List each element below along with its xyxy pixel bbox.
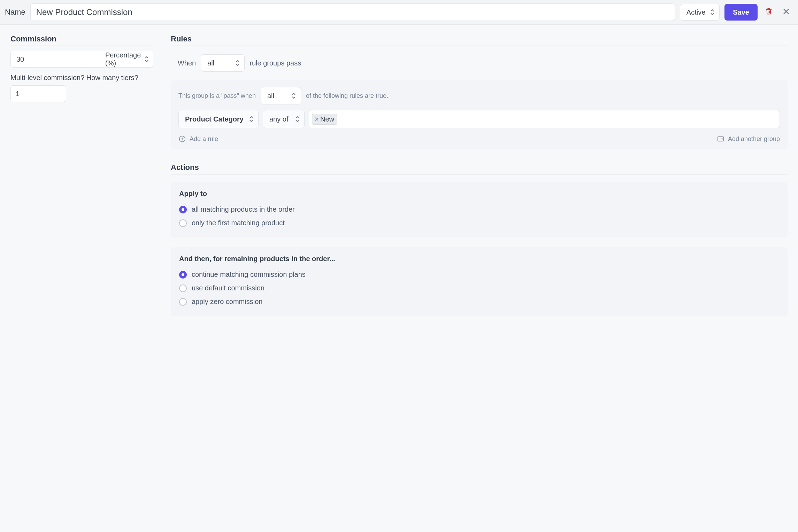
remaining-option[interactable]: continue matching commission plans <box>179 268 779 281</box>
plan-name-input[interactable] <box>30 3 675 21</box>
group-mode-value: all <box>267 92 274 100</box>
right-column: Rules When all rule groups pass This gro… <box>171 34 788 316</box>
chevron-up-down-icon <box>145 56 149 62</box>
radio-icon <box>179 298 187 306</box>
tiers-input[interactable] <box>10 85 66 102</box>
remaining-card: And then, for remaining products in the … <box>171 247 788 316</box>
radio-label: continue matching commission plans <box>192 271 306 279</box>
actions-section: Actions Apply to all matching products i… <box>171 163 788 316</box>
when-suffix: rule groups pass <box>250 59 301 67</box>
chevron-up-down-icon <box>292 93 296 99</box>
header-bar: Name Active Save <box>0 0 798 25</box>
remaining-option[interactable]: use default commission <box>179 281 779 295</box>
radio-icon <box>179 271 187 279</box>
tag-remove-icon[interactable]: ✕ <box>314 116 320 123</box>
add-folder-icon <box>717 135 724 143</box>
commission-column: Commission Percentage (%) Multi-level co… <box>10 34 153 316</box>
plus-circle-icon <box>178 135 186 143</box>
chevron-up-down-icon <box>249 116 253 122</box>
close-icon <box>782 8 790 17</box>
close-button[interactable] <box>780 6 792 18</box>
actions-title: Actions <box>171 163 788 174</box>
name-label: Name <box>5 8 25 17</box>
rule-group-panel: This group is a "pass" when all of the f… <box>171 80 788 149</box>
rules-title: Rules <box>171 34 788 46</box>
chevron-up-down-icon <box>235 60 239 66</box>
rules-match-mode-value: all <box>207 59 214 67</box>
radio-label: apply zero commission <box>192 298 262 306</box>
status-value: Active <box>686 8 705 16</box>
when-label: When <box>178 59 196 67</box>
group-footer: Add a rule Add another group <box>178 135 780 143</box>
radio-icon <box>179 219 187 227</box>
rule-field-value: Product Category <box>185 115 244 123</box>
rules-when-sentence: When all rule groups pass <box>178 54 788 72</box>
rule-field-select[interactable]: Product Category <box>178 110 259 128</box>
chevron-up-down-icon <box>295 116 299 122</box>
main-content: Commission Percentage (%) Multi-level co… <box>0 25 798 330</box>
group-sentence: This group is a "pass" when all of the f… <box>178 87 780 104</box>
add-group-label: Add another group <box>728 135 780 143</box>
rule-operator-select[interactable]: any of <box>263 110 305 128</box>
radio-label: use default commission <box>192 284 264 292</box>
commission-title: Commission <box>10 34 153 46</box>
tag-label: New <box>320 115 334 123</box>
group-suffix: of the following rules are true. <box>306 92 388 100</box>
save-button[interactable]: Save <box>724 4 758 21</box>
radio-icon <box>179 284 187 292</box>
add-rule-button[interactable]: Add a rule <box>178 135 218 143</box>
group-mode-select[interactable]: all <box>261 87 301 104</box>
radio-label: all matching products in the order <box>192 205 295 213</box>
apply-to-option[interactable]: only the first matching product <box>179 216 779 230</box>
radio-label: only the first matching product <box>192 219 285 227</box>
chevron-up-down-icon <box>710 9 714 15</box>
rule-operator-value: any of <box>269 115 288 123</box>
remaining-heading: And then, for remaining products in the … <box>179 255 779 263</box>
apply-to-option[interactable]: all matching products in the order <box>179 203 779 216</box>
rule-row: Product Category any of ✕ <box>178 110 780 128</box>
rule-value-taginput[interactable]: ✕ New <box>309 110 780 128</box>
remaining-option[interactable]: apply zero commission <box>179 295 779 308</box>
trash-icon <box>765 8 773 17</box>
group-prefix: This group is a "pass" when <box>178 92 256 100</box>
commission-amount-field[interactable] <box>16 55 105 64</box>
delete-button[interactable] <box>762 6 775 18</box>
status-select[interactable]: Active <box>680 4 720 21</box>
add-rule-label: Add a rule <box>190 135 218 143</box>
tag-chip[interactable]: ✕ New <box>312 114 337 125</box>
apply-to-card: Apply to all matching products in the or… <box>171 182 788 237</box>
tiers-label: Multi-level commission? How many tiers? <box>10 74 153 82</box>
radio-icon <box>179 206 187 213</box>
rules-match-mode-select[interactable]: all <box>201 54 245 72</box>
add-group-button[interactable]: Add another group <box>717 135 780 143</box>
commission-input[interactable]: Percentage (%) <box>10 51 153 68</box>
apply-to-heading: Apply to <box>179 190 779 198</box>
commission-type-label: Percentage (%) <box>105 51 142 67</box>
